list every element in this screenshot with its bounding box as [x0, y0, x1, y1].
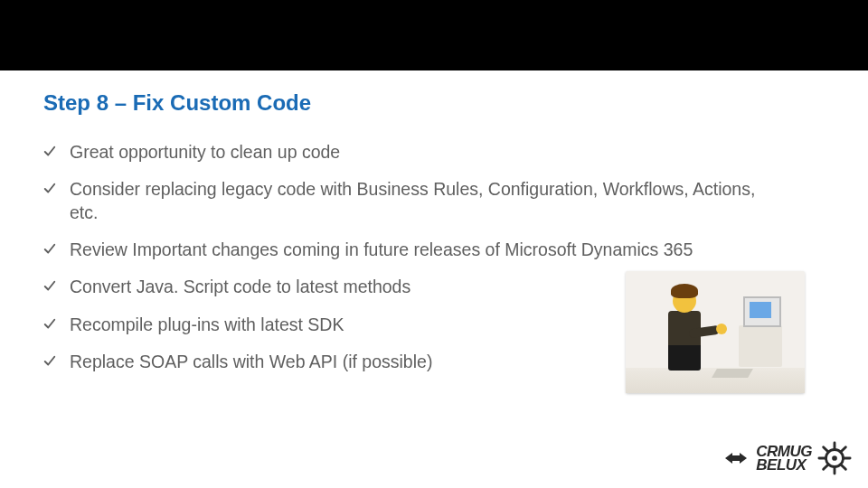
check-icon — [43, 243, 56, 256]
svg-line-9 — [824, 465, 829, 470]
bullet-text: Consider replacing legacy code with Busi… — [70, 178, 784, 224]
svg-line-8 — [841, 447, 846, 453]
list-item: Great opportunity to clean up code — [43, 141, 825, 164]
svg-point-1 — [832, 455, 837, 461]
logo-line2: BELUX — [756, 458, 812, 472]
arrows-icon — [723, 446, 749, 471]
ship-wheel-icon — [817, 441, 852, 475]
check-icon — [43, 355, 56, 368]
check-icon — [43, 183, 56, 195]
svg-line-6 — [824, 447, 829, 453]
footer-logo: CRMUG BELUX — [723, 441, 852, 475]
logo-text: CRMUG BELUX — [756, 445, 812, 473]
check-icon — [43, 318, 56, 331]
list-item: Consider replacing legacy code with Busi… — [43, 178, 825, 224]
check-icon — [43, 145, 56, 158]
slide-title: Step 8 – Fix Custom Code — [43, 90, 825, 116]
list-item: Review Important changes coming in futur… — [43, 239, 825, 261]
svg-line-7 — [841, 465, 846, 470]
illustration-lego-computer — [626, 271, 805, 393]
figure-graphic — [626, 271, 805, 393]
top-black-bar — [0, 0, 868, 70]
check-icon — [43, 280, 56, 293]
bullet-text: Review Important changes coming in futur… — [70, 239, 784, 261]
bullet-text: Great opportunity to clean up code — [70, 141, 784, 164]
